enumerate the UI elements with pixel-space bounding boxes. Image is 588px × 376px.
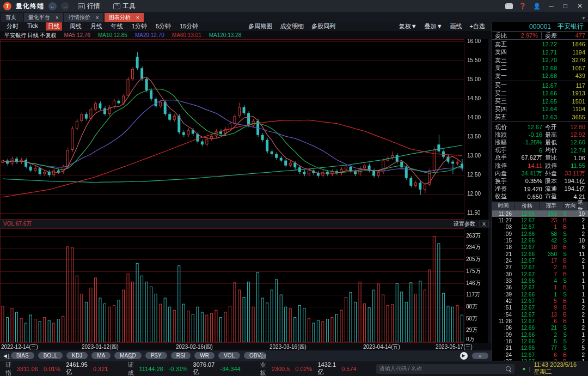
toolbar-成交明细[interactable]: 成交明细 [280, 22, 304, 31]
message-icon[interactable] [505, 3, 513, 9]
symbol-search[interactable] [376, 364, 515, 374]
quotes-icon [78, 3, 85, 9]
back-button[interactable]: ← [48, 2, 57, 10]
stock-header[interactable]: 000001 平安银行 [492, 22, 588, 32]
tick-row[interactable]: :0612.6621S2 [492, 325, 588, 331]
tick-row[interactable]: :1512.6642S10 [492, 237, 588, 244]
toolbar-action-复权▼[interactable]: 复权▼ [399, 22, 417, 31]
period-1分钟[interactable]: 1分钟 [131, 22, 148, 31]
tick-row[interactable]: 11:2612.66153S10 [492, 210, 588, 217]
tick-col-笔数[interactable]: 笔数 [578, 202, 587, 210]
period-日线[interactable]: 日线 [46, 22, 62, 31]
level-volume: 1846 [557, 41, 585, 47]
tick-col-现手[interactable]: 现手 [540, 202, 564, 210]
tick-time: :15 [492, 238, 513, 244]
panel-collapse-icon[interactable]: ▼ [581, 16, 586, 21]
volume-settings-button[interactable]: 设置参数 [454, 220, 475, 228]
tick-count: 10 [573, 238, 586, 244]
order-book-row[interactable]: 买二12.661913 [492, 89, 588, 98]
tick-row[interactable]: :4212.675B1 [492, 298, 588, 304]
tab-close-icon[interactable]: × [96, 15, 99, 21]
tick-direction: B [559, 224, 573, 230]
quote-value: 12.67 [510, 124, 542, 130]
tick-row[interactable]: :5412.6713B2 [492, 311, 588, 318]
toolbar-action-叠加▼[interactable]: 叠加▼ [425, 22, 443, 31]
tab-label: 行情报价 [69, 14, 90, 21]
volume-chart[interactable] [0, 228, 488, 343]
tick-time: 11:28 [492, 318, 513, 324]
order-book-row[interactable]: 卖二12.691057 [492, 64, 588, 72]
toolbar-action-画线[interactable]: 画线 [450, 22, 462, 31]
tick-row[interactable]: :2412.6717B2 [492, 257, 588, 264]
tick-col-时间[interactable]: 时间 [492, 202, 515, 210]
tab-量化平台[interactable]: 量化平台× [24, 13, 63, 22]
tab-图表分析[interactable]: 图表分析× [105, 13, 144, 22]
toolbar-多周期图[interactable]: 多周期图 [248, 22, 272, 31]
tick-row[interactable]: :0912.6658S2 [492, 231, 588, 237]
period-Tick[interactable]: Tick [26, 22, 39, 31]
maximize-button[interactable]: □ [561, 2, 569, 10]
tick-row[interactable]: :2112.66350S11 [492, 251, 588, 257]
tick-row[interactable]: :3912.661S1 [492, 291, 588, 298]
tick-row[interactable]: :3012.677B1 [492, 271, 588, 277]
period-年线[interactable]: 年线 [110, 22, 124, 31]
tick-row[interactable]: :2712.672B1 [492, 264, 588, 271]
period-周线[interactable]: 周线 [69, 22, 83, 31]
order-book-row[interactable]: 买四12.641104 [492, 105, 588, 113]
tick-direction: B [559, 258, 573, 264]
tick-qty: 21 [536, 325, 559, 331]
candlestick-chart[interactable] [0, 39, 488, 220]
tick-col-价格[interactable]: 价格 [515, 202, 540, 210]
tick-row[interactable]: :5112.679B2 [492, 305, 588, 311]
order-book-row[interactable]: 买一12.67117 [492, 82, 588, 90]
tick-row[interactable]: :3312.664S1 [492, 277, 588, 284]
level-label: 卖一 [495, 72, 511, 80]
order-book-row[interactable]: 卖一12.68439 [492, 72, 588, 80]
forward-button[interactable]: → [61, 2, 69, 10]
tab-行情报价[interactable]: 行情报价× [64, 13, 103, 22]
tick-row[interactable]: :1812.6718B6 [492, 244, 588, 251]
level-label: 买三 [495, 97, 511, 105]
tick-row[interactable]: :0912.662S1 [492, 331, 588, 338]
order-book-row[interactable]: 卖四12.711194 [492, 48, 588, 57]
index-创业板指[interactable]: 创业板指2300.50.02%1432.1亿0.574 [260, 353, 357, 376]
toolbar-多股同列[interactable]: 多股同列 [311, 22, 335, 31]
tick-row[interactable]: :2112.6677S5 [492, 345, 588, 351]
help-icon[interactable]: ❓ [518, 3, 527, 10]
period-月线[interactable]: 月线 [89, 22, 103, 31]
index-上证指数[interactable]: 上证指数3311.060.01%2461.95亿0.321 [5, 353, 108, 376]
period-分时[interactable]: 分时 [5, 22, 20, 31]
period-5分钟[interactable]: 5分钟 [155, 22, 172, 31]
indicator-scroll-right-icon[interactable]: ▶ [460, 352, 468, 360]
period-15分钟[interactable]: 15分钟 [179, 22, 199, 31]
tick-row[interactable]: 11:2712.6723B2 [492, 217, 588, 223]
order-book-row[interactable]: 买三12.651501 [492, 98, 588, 106]
level-volume: 1104 [557, 106, 585, 112]
tick-row[interactable]: :2412.676B2 [492, 351, 588, 358]
tick-price: 12.67 [513, 258, 536, 264]
menu-tools[interactable]: 工具 [109, 2, 140, 11]
toolbar-action-+自选[interactable]: +自选 [470, 22, 485, 31]
tick-table[interactable]: 11:2612.66153S1011:2712.6723B2:0312.671B… [492, 210, 588, 361]
symbol-search-input[interactable] [379, 366, 506, 372]
minimize-button[interactable]: ─ [547, 2, 556, 10]
tick-col-方向[interactable]: 方向 [564, 202, 578, 210]
add-indicator-button[interactable]: + [472, 353, 488, 359]
user-icon[interactable]: 👤 [532, 3, 541, 10]
order-book-row[interactable]: 买五12.633655 [492, 113, 588, 122]
tick-price: 12.67 [513, 305, 536, 311]
volume-close-button[interactable]: X [480, 221, 488, 227]
tick-price: 12.66 [513, 338, 536, 344]
tick-row[interactable]: :0312.671B1 [492, 224, 588, 231]
tick-row[interactable]: 11:2812.676B1 [492, 318, 588, 324]
tab-close-icon[interactable]: × [136, 15, 139, 21]
menu-quotes[interactable]: 行情 [74, 2, 105, 11]
close-button[interactable]: ✕ [575, 2, 585, 10]
tab-首页[interactable]: 首页 [1, 13, 23, 22]
tab-close-icon[interactable]: × [56, 15, 59, 21]
order-book-row[interactable]: 卖五12.721846 [492, 40, 588, 48]
tick-row[interactable]: :1812.665S2 [492, 338, 588, 344]
tick-row[interactable]: :3612.671B1 [492, 284, 588, 291]
index-深证成指[interactable]: 深证成指11144.28-0.31%3076.07亿-34.344 [127, 353, 240, 376]
order-book-row[interactable]: 卖三12.703276 [492, 56, 588, 64]
